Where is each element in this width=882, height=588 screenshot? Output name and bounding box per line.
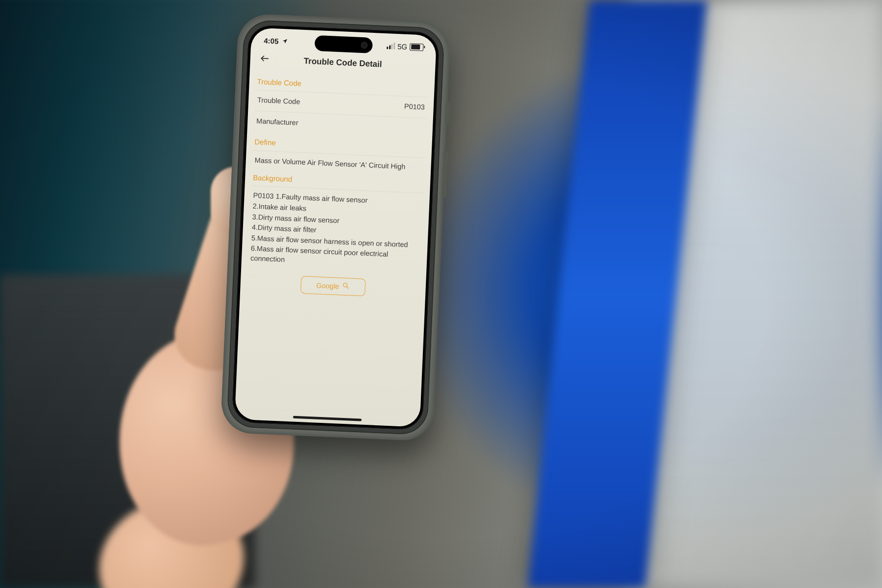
background-list: P0103 1.Faulty mass air flow sensor 2.In…: [248, 186, 423, 270]
label-trouble-code: Trouble Code: [257, 96, 300, 107]
smartphone: 4:05 5G Trouble Code Detail Trouble Code…: [231, 24, 440, 430]
status-time: 4:05: [264, 36, 288, 46]
google-search-button[interactable]: Google: [300, 276, 366, 296]
network-label: 5G: [397, 42, 408, 51]
phone-screen: 4:05 5G Trouble Code Detail Trouble Code…: [235, 27, 437, 427]
back-button[interactable]: [258, 53, 272, 66]
google-button-label: Google: [316, 281, 340, 292]
battery-icon: [410, 43, 424, 51]
content-area[interactable]: Trouble Code Trouble Code P0103 Manufact…: [235, 71, 435, 427]
define-text: Mass or Volume Air Flow Sensor 'A' Circu…: [252, 150, 424, 174]
label-manufacturer: Manufacturer: [256, 117, 298, 128]
search-icon: [342, 281, 350, 292]
location-icon: [282, 37, 288, 46]
page-title: Trouble Code Detail: [303, 56, 382, 70]
value-trouble-code: P0103: [404, 102, 425, 112]
value-manufacturer: [424, 123, 424, 133]
volume-button: [444, 102, 450, 124]
cell-signal-icon: [387, 42, 395, 49]
